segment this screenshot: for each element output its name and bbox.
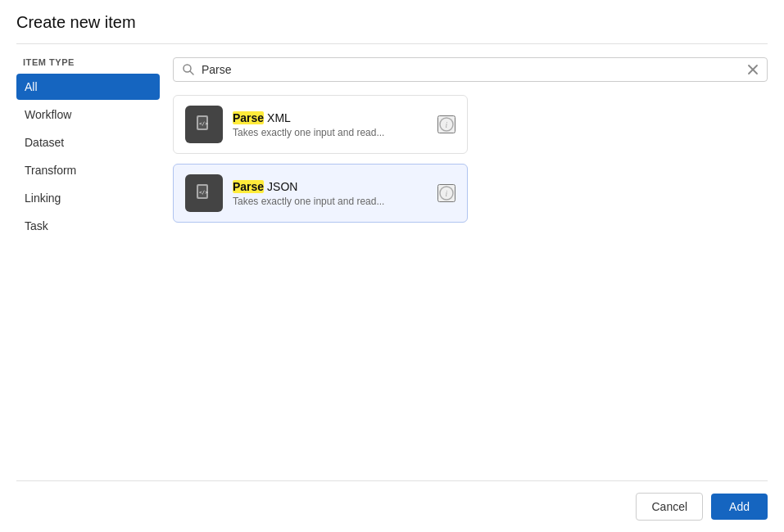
svg-text:</>: </>: [199, 189, 208, 195]
title-suffix-parse-xml: XML: [264, 111, 291, 124]
card-desc-parse-json: Takes exactly one input and read...: [233, 196, 431, 207]
svg-text:</>: </>: [199, 120, 208, 126]
sidebar: ITEM TYPE All Workflow Dataset Transform…: [16, 44, 160, 480]
search-bar: [173, 57, 768, 82]
cancel-button[interactable]: Cancel: [636, 493, 703, 521]
highlight-parse-json: Parse: [233, 180, 264, 193]
result-card-parse-xml[interactable]: </> Parse XML Takes exactly one input an…: [173, 95, 468, 154]
sidebar-item-task[interactable]: Task: [16, 213, 160, 239]
highlight-parse-xml: Parse: [233, 111, 264, 124]
card-content-parse-json: Parse JSON Takes exactly one input and r…: [233, 180, 431, 207]
sidebar-item-dataset[interactable]: Dataset: [16, 129, 160, 156]
sidebar-item-linking[interactable]: Linking: [16, 185, 160, 211]
create-item-dialog: Create new item ITEM TYPE All Workflow D…: [0, 0, 784, 532]
svg-text:i: i: [446, 189, 448, 198]
results-grid: </> Parse XML Takes exactly one input an…: [173, 95, 768, 223]
dialog-footer: Cancel Add: [16, 480, 768, 532]
card-icon-parse-json: </>: [185, 174, 223, 212]
info-button-parse-xml[interactable]: i: [437, 115, 455, 133]
card-title-parse-json: Parse JSON: [233, 180, 431, 193]
item-type-label: ITEM TYPE: [16, 57, 160, 67]
search-input[interactable]: [202, 63, 747, 76]
dialog-title: Create new item: [16, 13, 768, 44]
main-area: </> Parse XML Takes exactly one input an…: [160, 44, 768, 480]
search-clear-button[interactable]: [747, 64, 759, 75]
svg-line-1: [190, 71, 193, 74]
card-icon-parse-xml: </>: [185, 106, 223, 143]
card-title-parse-xml: Parse XML: [233, 111, 431, 124]
info-button-parse-json[interactable]: i: [437, 184, 455, 202]
sidebar-item-transform[interactable]: Transform: [16, 157, 160, 183]
dialog-body: ITEM TYPE All Workflow Dataset Transform…: [16, 44, 768, 480]
sidebar-item-workflow[interactable]: Workflow: [16, 101, 160, 128]
add-button[interactable]: Add: [711, 494, 768, 520]
card-desc-parse-xml: Takes exactly one input and read...: [233, 127, 431, 138]
svg-text:i: i: [446, 120, 448, 129]
search-icon: [182, 63, 195, 76]
card-content-parse-xml: Parse XML Takes exactly one input and re…: [233, 111, 431, 138]
result-card-parse-json[interactable]: </> Parse JSON Takes exactly one input a…: [173, 164, 468, 223]
title-suffix-parse-json: JSON: [264, 180, 297, 193]
sidebar-item-all[interactable]: All: [16, 74, 160, 100]
